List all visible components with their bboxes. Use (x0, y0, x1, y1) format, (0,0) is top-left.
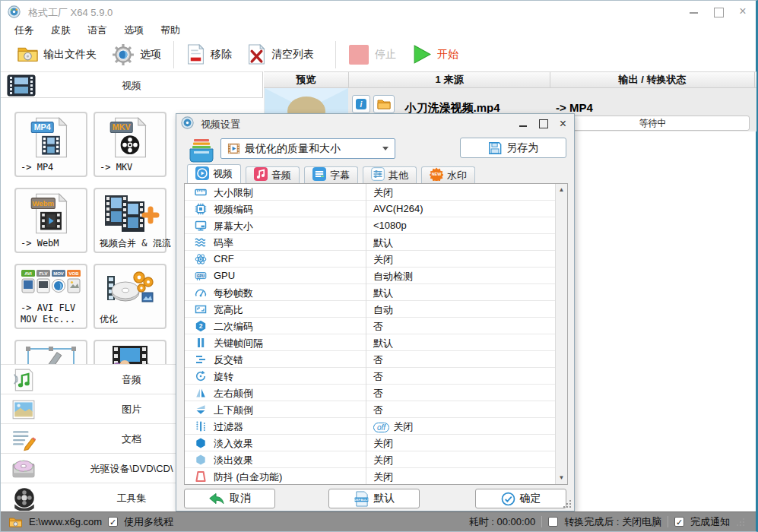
setting-row-0[interactable]: 大小限制关闭 (185, 184, 567, 201)
queue-header-0: 预览 (264, 72, 349, 87)
setting-row-8[interactable]: 2二次编码否 (185, 318, 567, 334)
scroll-up-icon[interactable]: ▲ (556, 184, 567, 196)
format-card--mkv[interactable]: MKV-> MKV (94, 112, 167, 177)
shutdown-checkbox[interactable] (548, 517, 558, 527)
clear-list-icon (247, 44, 266, 65)
toolbar-divider (335, 41, 336, 68)
setting-value: 默认 (373, 236, 393, 250)
toolbar-button-start[interactable]: 开始 (404, 43, 466, 66)
menu-item-3[interactable]: 选项 (124, 24, 144, 37)
svg-text:AVI: AVI (24, 271, 32, 276)
minimize-icon[interactable] (689, 6, 699, 17)
format-card--webm[interactable]: Webm-> WebM (14, 188, 87, 253)
setting-row-2[interactable]: 屏幕大小<1080p (185, 217, 567, 234)
setting-row-7[interactable]: 宽高比自动 (185, 301, 567, 318)
setting-row-17[interactable]: 防抖 (白金功能)关闭 (185, 468, 567, 485)
multithread-checkbox[interactable]: ✓ (108, 517, 118, 527)
video-settings-dialog: 视频设置 × 最优化的质量和大小 另存为 视频音频字幕其他NEW水印 大小限制关… (176, 113, 575, 511)
save-as-button[interactable]: 另存为 (460, 138, 566, 158)
setting-row-14[interactable]: 过滤器off关闭 (185, 418, 567, 435)
setting-row-11[interactable]: 旋转否 (185, 368, 567, 385)
setting-value-text: 自动检测 (373, 270, 413, 283)
scroll-down-icon[interactable]: ▼ (556, 472, 567, 484)
format-card--[interactable]: 优化 (94, 264, 167, 329)
preset-drawer-icon[interactable] (187, 137, 216, 166)
setting-row-4[interactable]: CRF关闭 (185, 251, 567, 268)
setting-value-text: 自动 (373, 303, 393, 317)
setting-row-10[interactable]: 反交错否 (185, 351, 567, 368)
setting-value: <1080p (373, 220, 407, 231)
ok-button[interactable]: 确定 (475, 489, 566, 508)
dialog-close-icon[interactable]: × (558, 119, 568, 128)
scrollbar[interactable]: ▲ ▼ (555, 184, 567, 484)
svg-text:GPU: GPU (197, 274, 205, 278)
format-card--[interactable]: 视频合并 & 混流 (94, 188, 167, 253)
window-title: 格式工厂 X64 5.9.0 (28, 6, 113, 20)
setting-row-15[interactable]: 淡入效果关闭 (185, 435, 567, 451)
setting-value-text: AVC(H264) (373, 203, 423, 214)
toolbar-button-clear-list[interactable]: 清空列表 (239, 43, 322, 66)
setting-label: 旋转 (214, 370, 233, 384)
tab-audio[interactable]: 音频 (246, 166, 300, 183)
setting-value: 关闭 (373, 470, 393, 484)
setting-value-text: 关闭 (373, 437, 393, 451)
merge-icon (95, 192, 165, 235)
dialog-maximize-icon[interactable] (538, 119, 548, 128)
output-path[interactable]: E:\www.x6g.com (29, 516, 102, 527)
waves-icon (195, 236, 207, 249)
toolbar-button-remove-doc[interactable]: 移除 (179, 43, 239, 66)
default-button[interactable]: DEFAULT 默认 (328, 489, 420, 508)
setting-row-1[interactable]: 视频编码AVC(H264) (185, 201, 567, 217)
setting-row-9[interactable]: 关键帧间隔默认 (185, 334, 567, 351)
toolbar-button-stop[interactable]: 停止 (341, 43, 404, 67)
setting-value: AVC(H264) (373, 203, 423, 214)
maximize-icon[interactable] (713, 6, 724, 17)
setting-value: 否 (373, 320, 383, 334)
setting-value-text: 关闭 (373, 470, 393, 484)
setting-row-3[interactable]: 码率默认 (185, 234, 567, 251)
window-resize-grip[interactable] (736, 518, 745, 527)
save-icon (488, 141, 502, 155)
tab-watermark[interactable]: NEW水印 (421, 166, 475, 183)
toolbar-button-gear[interactable]: 选项 (104, 42, 169, 68)
format-card--avi-flv-mov-etc-[interactable]: AVIFLVMOVVOB-> AVI FLV MOV Etc... (14, 264, 87, 329)
setting-value: 自动 (373, 303, 393, 317)
ruler-icon (195, 186, 207, 198)
tab-video[interactable]: 视频 (187, 164, 241, 183)
dialog-title-bar: 视频设置 × (176, 114, 574, 132)
setting-row-13[interactable]: 上下颠倒否 (185, 401, 567, 418)
preset-dropdown[interactable]: 最优化的质量和大小 (220, 138, 395, 159)
mkv-icon: MKV (95, 116, 165, 159)
tab-subtitle[interactable]: 字幕 (304, 166, 358, 183)
setting-row-16[interactable]: 淡出效果关闭 (185, 451, 567, 468)
setting-label: 关键帧间隔 (214, 337, 263, 350)
divider (541, 516, 542, 527)
ok-label: 确定 (520, 492, 541, 505)
format-card--mp4[interactable]: MP4-> MP4 (14, 112, 87, 177)
queue-header-2: 输出 / 转换状态 (550, 72, 755, 87)
chevron-down-icon (382, 147, 389, 150)
setting-row-6[interactable]: 每秒帧数默认 (185, 284, 567, 301)
menu-item-2[interactable]: 语言 (87, 24, 107, 37)
output-path-folder-icon[interactable] (8, 516, 23, 528)
menu-item-0[interactable]: 任务 (14, 24, 34, 37)
app-icon (8, 5, 21, 18)
setting-label: 视频编码 (214, 203, 253, 217)
cancel-button[interactable]: 取消 (184, 489, 275, 508)
aspect-icon (195, 303, 207, 315)
setting-value: 关闭 (373, 437, 393, 451)
notify-checkbox[interactable]: ✓ (674, 517, 684, 527)
fade-out-icon (195, 454, 207, 466)
setting-value-text: 默认 (373, 287, 393, 300)
menu-item-4[interactable]: 帮助 (160, 24, 180, 37)
resize-grip[interactable] (563, 499, 572, 508)
tab-other-icon (371, 167, 385, 183)
close-icon[interactable]: × (737, 6, 748, 17)
dialog-minimize-icon[interactable] (519, 119, 528, 128)
setting-row-12[interactable]: 左右颠倒否 (185, 385, 567, 401)
menu-item-1[interactable]: 皮肤 (51, 24, 71, 37)
tab-other[interactable]: 其他 (363, 166, 417, 183)
toolbar-button-folder-output[interactable]: 输出文件夹 (10, 44, 104, 65)
setting-row-5[interactable]: GPUGPU自动检测 (185, 268, 567, 284)
video-category-header[interactable]: 视频 (1, 71, 263, 98)
